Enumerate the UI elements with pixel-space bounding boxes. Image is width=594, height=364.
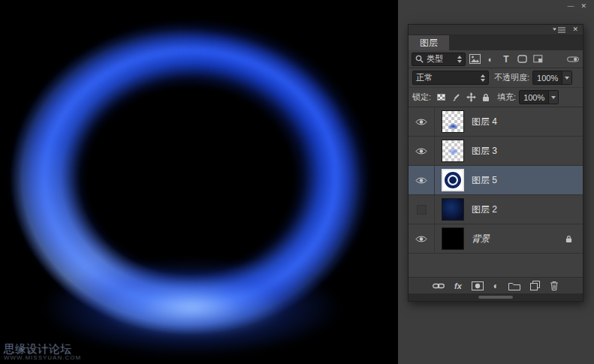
shape-icon bbox=[517, 55, 527, 63]
tab-layers[interactable]: 图层 bbox=[409, 35, 449, 50]
toggle-icon bbox=[567, 56, 579, 63]
filter-type-layers-button[interactable]: T bbox=[499, 53, 513, 66]
chevron-down-icon[interactable] bbox=[548, 91, 558, 104]
opacity-dropdown[interactable]: 100% bbox=[532, 71, 572, 85]
chevron-updown-icon bbox=[457, 56, 462, 63]
panel-tab-bar: 图层 bbox=[409, 35, 583, 50]
lock-icon bbox=[482, 93, 490, 102]
lock-pixels-button[interactable] bbox=[450, 92, 462, 104]
fill-dropdown[interactable]: 100% bbox=[519, 90, 559, 104]
visibility-toggle[interactable] bbox=[409, 107, 435, 136]
folder-icon bbox=[508, 281, 520, 290]
lock-label: 锁定: bbox=[412, 92, 431, 103]
fill-value: 100% bbox=[520, 91, 548, 104]
filter-pixel-layers-button[interactable] bbox=[468, 53, 481, 66]
lock-all-button[interactable] bbox=[480, 92, 492, 104]
blend-options-bar: 正常 不透明度: 100% bbox=[409, 68, 583, 88]
layer-thumbnail[interactable] bbox=[442, 140, 464, 162]
smart-object-icon bbox=[533, 55, 543, 63]
new-layer-icon bbox=[530, 281, 540, 290]
new-group-button[interactable] bbox=[508, 280, 520, 292]
layer-name[interactable]: 背景 bbox=[472, 233, 490, 245]
layer-row-background[interactable]: 背景 bbox=[409, 224, 583, 254]
image-icon bbox=[469, 54, 481, 64]
new-adjustment-layer-button[interactable]: ◐ bbox=[493, 280, 499, 292]
lock-position-button[interactable] bbox=[465, 92, 477, 104]
lock-options-bar: 锁定: 填充: 100% bbox=[409, 88, 583, 107]
blend-mode-value: 正常 bbox=[416, 72, 476, 83]
lock-transparency-button[interactable] bbox=[435, 92, 447, 104]
layer-name[interactable]: 图层 2 bbox=[472, 203, 497, 216]
layer-row-selected[interactable]: 图层 5 bbox=[409, 166, 583, 195]
panel-menu-icon[interactable] bbox=[553, 26, 565, 34]
eye-icon bbox=[415, 118, 427, 126]
eye-icon bbox=[415, 235, 427, 243]
visibility-toggle[interactable] bbox=[409, 195, 435, 224]
layer-thumbnail[interactable] bbox=[442, 110, 464, 133]
panel-title-strip: ✕ bbox=[409, 25, 583, 35]
layer-filter-bar: 类型 ◐ T bbox=[409, 50, 583, 68]
blend-mode-dropdown[interactable]: 正常 bbox=[412, 71, 489, 85]
opacity-value: 100% bbox=[533, 71, 562, 84]
layer-name[interactable]: 图层 4 bbox=[472, 116, 497, 128]
link-layers-button[interactable] bbox=[433, 280, 445, 292]
fill-label: 填充: bbox=[497, 92, 516, 103]
watermark: 思缘设计论坛 WWW.MISSYUAN.COM bbox=[4, 343, 81, 362]
bottom-glow-artwork bbox=[41, 240, 342, 356]
mask-icon bbox=[472, 281, 484, 290]
link-icon bbox=[433, 283, 445, 289]
eye-hidden-icon bbox=[417, 205, 427, 215]
layer-list: 图层 4 图层 3 图层 5 图层 bbox=[409, 107, 583, 271]
layer-name[interactable]: 图层 3 bbox=[472, 145, 497, 158]
filter-toggle-button[interactable] bbox=[566, 53, 580, 66]
filter-shape-layers-button[interactable] bbox=[515, 53, 529, 66]
eye-icon bbox=[415, 147, 427, 155]
layers-panel: ✕ 图层 类型 ◐ T bbox=[408, 24, 583, 302]
brush-icon bbox=[451, 93, 460, 102]
filter-type-dropdown[interactable]: 类型 bbox=[412, 53, 466, 66]
filter-type-label: 类型 bbox=[427, 53, 453, 65]
opacity-label: 不透明度: bbox=[494, 72, 529, 83]
layer-name[interactable]: 图层 5 bbox=[472, 174, 497, 187]
panel-footer-toolbar: fx ◐ bbox=[409, 277, 583, 293]
window-close-icon[interactable]: ✕ bbox=[580, 2, 586, 10]
layer-row[interactable]: 图层 4 bbox=[409, 107, 583, 137]
trash-icon bbox=[550, 281, 559, 290]
move-icon bbox=[466, 92, 476, 102]
application-background: — ✕ ✕ 图层 类型 ◐ T bbox=[398, 0, 594, 364]
scrollbar-handle[interactable] bbox=[478, 296, 513, 299]
new-layer-button[interactable] bbox=[530, 280, 540, 292]
lock-icon bbox=[565, 235, 572, 243]
window-minimize-icon[interactable]: — bbox=[567, 2, 574, 10]
eye-icon bbox=[415, 176, 427, 185]
transparency-icon bbox=[437, 94, 445, 101]
layer-thumbnail[interactable] bbox=[442, 169, 464, 191]
layer-style-button[interactable]: fx bbox=[454, 280, 462, 292]
visibility-toggle[interactable] bbox=[409, 166, 435, 194]
visibility-toggle[interactable] bbox=[409, 137, 435, 165]
layer-thumbnail[interactable] bbox=[442, 227, 464, 250]
layer-row[interactable]: 图层 2 bbox=[409, 195, 583, 224]
layer-thumbnail[interactable] bbox=[442, 198, 464, 221]
chevron-updown-icon bbox=[481, 74, 485, 82]
layer-row[interactable]: 图层 3 bbox=[409, 137, 583, 166]
search-icon bbox=[415, 55, 424, 63]
document-canvas[interactable]: 思缘设计论坛 WWW.MISSYUAN.COM bbox=[0, 0, 398, 364]
delete-layer-button[interactable] bbox=[550, 280, 559, 292]
watermark-title: 思缘设计论坛 bbox=[4, 343, 81, 356]
watermark-url: WWW.MISSYUAN.COM bbox=[4, 355, 81, 362]
add-layer-mask-button[interactable] bbox=[472, 280, 484, 292]
filter-smart-objects-button[interactable] bbox=[531, 53, 544, 66]
background-lock-badge bbox=[565, 235, 572, 243]
chevron-down-icon[interactable] bbox=[562, 71, 571, 84]
visibility-toggle[interactable] bbox=[409, 224, 435, 253]
filter-adjustment-layers-button[interactable]: ◐ bbox=[484, 53, 497, 66]
horizontal-scrollbar[interactable] bbox=[409, 293, 583, 301]
panel-close-icon[interactable]: ✕ bbox=[572, 26, 578, 33]
